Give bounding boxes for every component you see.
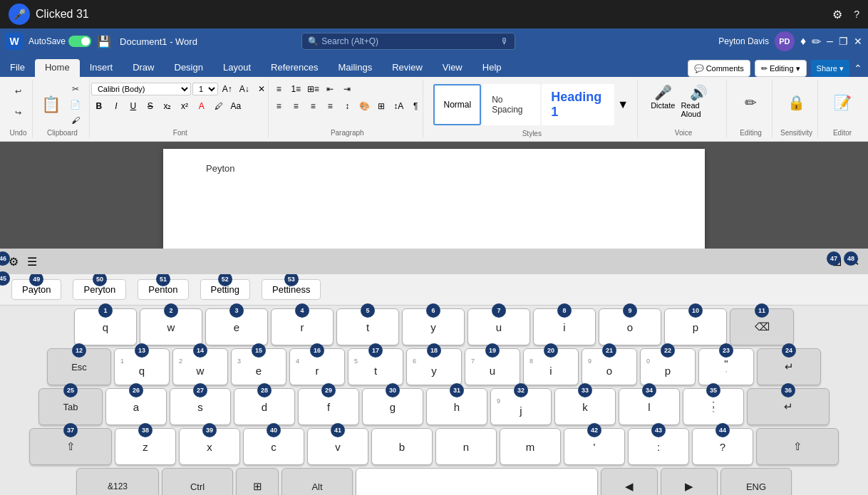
key-quote[interactable]: 23 " ': [698, 348, 754, 385]
increase-font-button[interactable]: A↑: [219, 81, 235, 97]
key-7[interactable]: 7 u: [467, 308, 530, 345]
key-colon[interactable]: 43 :: [628, 428, 689, 465]
multilevel-list-button[interactable]: ⊞≡: [305, 81, 321, 97]
key-p[interactable]: 22 0 p: [640, 348, 696, 385]
key-apostrophe[interactable]: 42 ': [564, 428, 625, 465]
key-k[interactable]: 33 k: [554, 388, 616, 425]
undo-button[interactable]: ↩: [10, 81, 27, 101]
key-l[interactable]: 34 l: [619, 388, 680, 425]
key-v[interactable]: 41 v: [307, 428, 368, 465]
key-3[interactable]: 3 e: [205, 308, 268, 345]
key-a[interactable]: 26 a: [105, 388, 167, 425]
key-esc[interactable]: 12 Esc: [47, 348, 111, 385]
key-b[interactable]: b: [371, 428, 433, 465]
superscript-button[interactable]: x²: [177, 98, 192, 114]
key-h[interactable]: 31 h: [426, 388, 487, 425]
subscript-button[interactable]: x₂: [160, 98, 175, 114]
increase-indent-button[interactable]: ⇥: [339, 81, 355, 97]
style-nospace-button[interactable]: No Spacing: [482, 84, 540, 125]
clear-format-button[interactable]: ✕: [254, 81, 269, 97]
font-family-select[interactable]: Calibri (Body): [91, 83, 191, 95]
key-9[interactable]: 9 o: [599, 308, 661, 345]
tab-layout[interactable]: Layout: [213, 59, 261, 77]
key-c[interactable]: 40 c: [243, 428, 304, 465]
key-w[interactable]: 14 2 w: [172, 348, 228, 385]
line-spacing-button[interactable]: ↕: [339, 98, 355, 114]
key-z[interactable]: 38 z: [115, 428, 176, 465]
tab-home[interactable]: Home: [35, 59, 80, 77]
styles-expand-button[interactable]: ▼: [616, 97, 630, 113]
pen-icon[interactable]: ✏: [812, 35, 821, 48]
tab-help[interactable]: Help: [472, 59, 512, 77]
editing-group-button[interactable]: ✏: [740, 81, 762, 124]
italic-button[interactable]: I: [108, 98, 124, 114]
dictate-button[interactable]: 🎤 Dictate: [651, 84, 675, 118]
suggestion-peryton[interactable]: 50 Peryton: [70, 279, 129, 300]
key-t[interactable]: 17 5 t: [348, 348, 403, 385]
suggestion-pettiness[interactable]: 53 Pettiness: [259, 279, 324, 300]
key-left-arrow[interactable]: ◀: [601, 468, 658, 495]
highlight-button[interactable]: 🖊: [211, 98, 227, 114]
key-windows[interactable]: ⊞: [236, 468, 279, 495]
key-i[interactable]: 20 8 i: [523, 348, 579, 385]
align-left-button[interactable]: ≡: [271, 98, 286, 114]
key-e[interactable]: 15 3 e: [231, 348, 286, 385]
key-1[interactable]: 1 q: [74, 308, 137, 345]
justify-button[interactable]: ≡: [322, 98, 338, 114]
key-o[interactable]: 21 9 o: [582, 348, 637, 385]
align-center-button[interactable]: ≡: [288, 98, 304, 114]
tab-file[interactable]: File: [0, 59, 35, 77]
key-8[interactable]: 8 i: [533, 308, 596, 345]
key-ctrl[interactable]: Ctrl: [162, 468, 233, 495]
key-right-arrow[interactable]: ▶: [661, 468, 718, 495]
strikethrough-button[interactable]: S: [143, 98, 158, 114]
share-button[interactable]: Share ▾: [811, 60, 849, 77]
key-amp123[interactable]: &123: [76, 468, 159, 495]
key-eng[interactable]: ENG: [720, 468, 792, 495]
shading-button[interactable]: 🎨: [356, 98, 372, 114]
kb-menu-icon[interactable]: ☰: [27, 255, 37, 269]
tab-review[interactable]: Review: [382, 59, 433, 77]
autosave-toggle[interactable]: [68, 36, 91, 47]
help-icon[interactable]: ?: [854, 9, 859, 20]
bullet-list-button[interactable]: ≡: [271, 81, 286, 97]
search-box[interactable]: 🔍 Search (Alt+Q) 🎙: [301, 33, 515, 50]
key-m[interactable]: m: [500, 428, 561, 465]
key-g[interactable]: 30 g: [362, 388, 423, 425]
key-backspace[interactable]: 11 ⌫: [730, 308, 794, 345]
key-s[interactable]: 27 s: [170, 388, 231, 425]
minimize-button[interactable]: –: [827, 35, 833, 48]
diamond-icon[interactable]: ♦: [800, 35, 806, 48]
comments-button[interactable]: 💬 Comments: [688, 60, 750, 77]
decrease-indent-button[interactable]: ⇤: [322, 81, 338, 97]
numbered-list-button[interactable]: 1≡: [288, 81, 304, 97]
key-alt[interactable]: Alt: [281, 468, 353, 495]
redo-button[interactable]: ↪: [10, 103, 27, 123]
underline-button[interactable]: U: [125, 98, 141, 114]
key-enter-1[interactable]: 24 ↵: [757, 348, 821, 385]
borders-button[interactable]: ⊞: [373, 98, 389, 114]
tab-view[interactable]: View: [433, 59, 472, 77]
cut-button[interactable]: ✂: [65, 82, 86, 96]
key-2[interactable]: 2 w: [140, 308, 202, 345]
sensitivity-button[interactable]: 🔒: [785, 81, 808, 124]
save-icon[interactable]: 💾: [97, 35, 111, 48]
key-5[interactable]: 5 t: [336, 308, 399, 345]
tab-design[interactable]: Design: [165, 59, 213, 77]
restore-button[interactable]: ❐: [839, 36, 848, 47]
decrease-font-button[interactable]: A↓: [237, 81, 252, 97]
collapse-ribbon-icon[interactable]: ⌃: [854, 63, 862, 74]
sort-button[interactable]: ↕A: [391, 98, 406, 114]
key-d[interactable]: 28 d: [234, 388, 295, 425]
key-n[interactable]: n: [435, 428, 497, 465]
key-q[interactable]: 13 1 q: [114, 348, 170, 385]
key-semicolon[interactable]: 35 ; ": [683, 388, 744, 425]
tab-references[interactable]: References: [261, 59, 328, 77]
close-button[interactable]: ✕: [854, 36, 862, 47]
show-formatting-button[interactable]: ¶: [408, 98, 423, 114]
style-normal-button[interactable]: Normal: [433, 84, 481, 125]
key-question[interactable]: 44 ?: [692, 428, 753, 465]
font-color-button[interactable]: A: [194, 98, 210, 114]
text-case-button[interactable]: Aa: [228, 98, 244, 114]
editing-button[interactable]: ✏ Editing ▾: [755, 60, 807, 77]
